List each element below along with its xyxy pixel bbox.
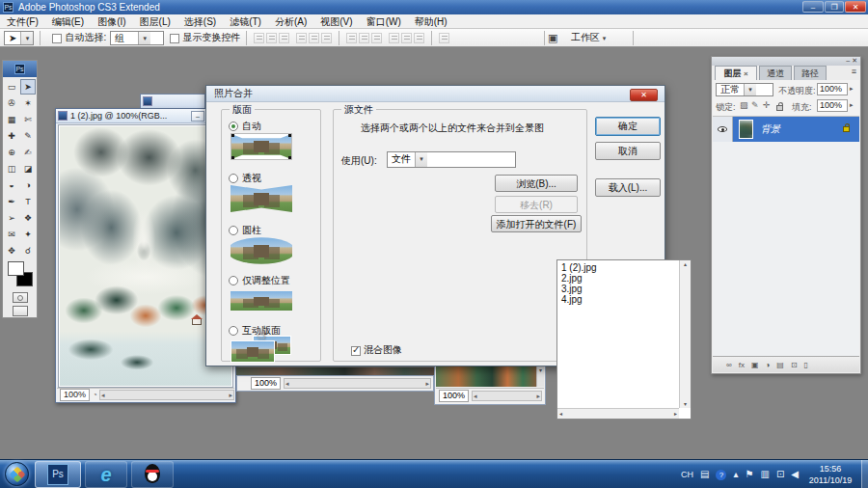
radio-reposition[interactable]	[229, 276, 238, 285]
layout-thumb-cylindrical[interactable]	[231, 237, 292, 264]
menu-item-edit[interactable]: 编辑(E)	[45, 14, 91, 29]
horizontal-scrollbar[interactable]: ◂ ▸	[99, 390, 234, 400]
layout-option-auto[interactable]: 自动	[229, 120, 261, 133]
volume-tray-icon[interactable]: ◀	[791, 470, 799, 479]
zoom-tool[interactable]: ☌	[20, 243, 36, 258]
add-open-files-button[interactable]: 添加打开的文件(F)	[491, 215, 582, 232]
layer-list-empty-area[interactable]	[713, 142, 859, 356]
pen-tool[interactable]: ✒	[4, 194, 19, 209]
clone-stamp-tool[interactable]: ⊕	[4, 145, 19, 160]
cancel-button[interactable]: 取消	[595, 142, 661, 160]
tool-preset-picker[interactable]: ➤ ▾	[4, 31, 34, 45]
magic-wand-tool[interactable]: ✶	[20, 95, 36, 111]
menu-item-filter[interactable]: 滤镜(T)	[223, 14, 268, 29]
distribute-top-icon[interactable]	[346, 33, 357, 43]
slice-tool[interactable]: ✄	[20, 112, 36, 127]
screen-mode-button[interactable]	[13, 306, 28, 316]
scroll-right-icon[interactable]: ▸	[425, 379, 429, 388]
distribute-vcenter-icon[interactable]	[359, 33, 369, 43]
vertical-scrollbar[interactable]: ▴ ▾	[679, 260, 691, 408]
eyedropper-tool[interactable]: ✦	[20, 227, 36, 242]
layout-option-perspective[interactable]: 透视	[229, 172, 261, 185]
workspace-button[interactable]: 工作区 ▾	[571, 31, 606, 44]
file-list-item[interactable]: 3.jpg	[557, 284, 691, 294]
auto-select-checkbox[interactable]	[52, 34, 62, 43]
file-list-item[interactable]: 4.jpg	[557, 294, 691, 305]
taskbar-photoshop-button[interactable]: Ps	[35, 461, 81, 488]
action-center-flag-icon[interactable]: ⚑	[745, 470, 753, 479]
browse-button[interactable]: 浏览(B)...	[495, 175, 578, 192]
healing-brush-tool[interactable]: ✚	[4, 128, 19, 144]
tab-channels[interactable]: 通道	[759, 66, 792, 80]
tab-paths[interactable]: 路径	[794, 66, 827, 80]
blend-images-checkbox[interactable]	[351, 346, 361, 356]
scroll-down-icon[interactable]: ▾	[680, 400, 691, 407]
rectangular-marquee-tool[interactable]: ▭	[4, 79, 19, 95]
document-tray-icon[interactable]: ▥	[760, 470, 769, 479]
new-group-icon[interactable]: ▤	[776, 361, 784, 369]
language-indicator[interactable]: CH	[681, 470, 693, 479]
layout-thumb-auto[interactable]	[231, 133, 292, 160]
custom-shape-tool[interactable]: ❖	[20, 210, 36, 226]
link-layers-icon[interactable]: ∞	[726, 361, 732, 369]
new-layer-icon[interactable]: ⊡	[791, 361, 798, 369]
foreground-color-swatch[interactable]	[8, 261, 24, 276]
scroll-left-icon[interactable]: ◂	[474, 392, 477, 400]
start-button[interactable]	[5, 462, 29, 486]
quick-mask-button[interactable]	[13, 292, 28, 303]
zoom-level-field[interactable]: 100%	[439, 390, 469, 402]
align-hcenter-icon[interactable]	[309, 33, 319, 43]
delete-layer-icon[interactable]: ▯	[804, 361, 808, 369]
panel-close-icon[interactable]: ✕	[852, 57, 857, 64]
maximize-button[interactable]: ❐	[825, 1, 844, 13]
radio-perspective[interactable]	[229, 174, 238, 183]
hand-tool[interactable]: ✥	[4, 243, 19, 258]
radio-cylindrical[interactable]	[229, 226, 238, 235]
radio-auto[interactable]	[229, 122, 238, 131]
auto-select-scope-dropdown[interactable]: 组 ▾	[110, 31, 164, 45]
network-tray-icon[interactable]: ⊡	[776, 470, 784, 479]
scroll-left-icon[interactable]: ◂	[285, 379, 289, 388]
show-transform-checkbox[interactable]	[170, 34, 179, 43]
align-top-icon[interactable]	[254, 33, 264, 43]
horizontal-scrollbar[interactable]: ◂ ▸	[557, 408, 679, 419]
distribute-bottom-icon[interactable]	[371, 33, 382, 43]
menu-item-image[interactable]: 图像(I)	[91, 14, 132, 29]
distribute-left-icon[interactable]	[389, 33, 399, 43]
fill-value-field[interactable]: 100%	[817, 99, 848, 112]
history-brush-tool[interactable]: ✍	[20, 145, 36, 160]
lasso-tool[interactable]: ✇	[4, 95, 19, 111]
menu-item-select[interactable]: 选择(S)	[177, 14, 223, 29]
remove-button[interactable]: 移去(R)	[495, 196, 578, 213]
align-bottom-icon[interactable]	[279, 33, 289, 43]
tab-layers[interactable]: 图层 ×	[715, 66, 757, 80]
dialog-close-button[interactable]: ✕	[630, 89, 658, 101]
move-tool[interactable]: ➤	[20, 79, 36, 95]
file-list-item[interactable]: 1 (2).jpg	[557, 262, 691, 273]
layout-option-reposition[interactable]: 仅调整位置	[229, 274, 290, 287]
layout-thumb-perspective[interactable]	[231, 185, 292, 212]
path-selection-tool[interactable]: ➢	[4, 210, 19, 226]
bridge-icon[interactable]: ▣	[548, 32, 557, 44]
dodge-tool[interactable]: ◑	[20, 177, 36, 193]
blend-images-option[interactable]: 混合图像	[351, 343, 402, 357]
add-mask-icon[interactable]: ▣	[751, 361, 759, 369]
blur-tool[interactable]: ◒	[4, 177, 19, 193]
tab-close-icon[interactable]: ×	[744, 69, 748, 78]
ok-button[interactable]: 确定	[595, 117, 661, 136]
lock-transparency-icon[interactable]: ▨	[740, 100, 748, 110]
zoom-level-field[interactable]: 100%	[60, 389, 90, 401]
dialog-title-bar[interactable]: 照片合并 ✕	[206, 86, 665, 102]
scroll-left-icon[interactable]: ◂	[559, 409, 562, 419]
adjustment-layer-icon[interactable]: ◑	[766, 361, 771, 369]
distribute-right-icon[interactable]	[414, 33, 424, 43]
layer-thumbnail[interactable]	[739, 120, 753, 139]
panel-minimize-icon[interactable]: –	[846, 57, 850, 64]
menu-item-window[interactable]: 窗口(W)	[360, 14, 408, 29]
eraser-tool[interactable]: ◫	[4, 161, 19, 176]
layer-name[interactable]: 背景	[761, 122, 780, 136]
horizontal-scrollbar[interactable]: ◂ ▸	[284, 378, 431, 389]
horizontal-scrollbar[interactable]: ◂ ▸	[472, 391, 542, 401]
blend-mode-dropdown[interactable]: 正常 ▾	[716, 83, 773, 96]
lock-all-icon[interactable]	[776, 105, 783, 111]
